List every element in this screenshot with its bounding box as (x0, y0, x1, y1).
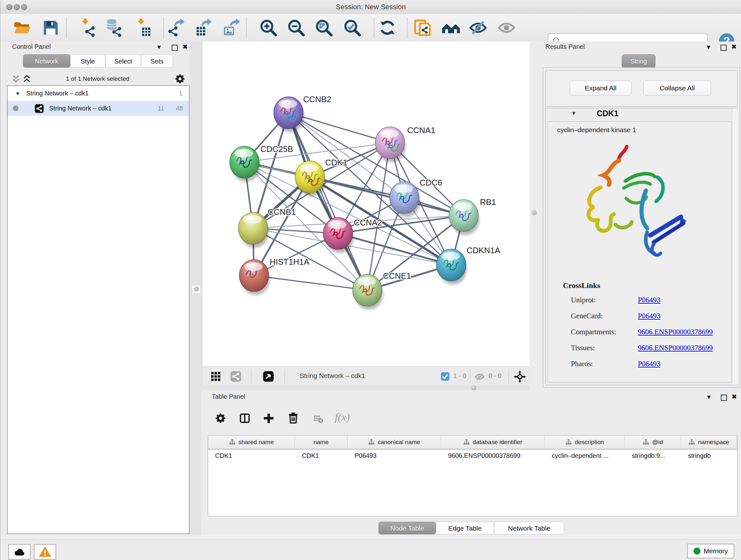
results-panel-float-icon[interactable] (721, 45, 727, 52)
crosslink-link[interactable]: 9606.ENSP00000378699 (638, 344, 713, 352)
node-CCNB1[interactable]: CCNB1 (239, 207, 296, 248)
grid-view-icon[interactable] (210, 371, 221, 382)
control-panel-menu-icon[interactable]: ▼ (156, 44, 162, 51)
import-network-from-database-button[interactable] (105, 18, 123, 37)
node-label-CDC25B: CDC25B (260, 144, 293, 154)
table-panel-float-icon[interactable] (721, 395, 727, 402)
edge-CCNA1-CCNE1[interactable] (367, 143, 390, 290)
results-scrollbar[interactable] (732, 108, 738, 385)
tab-string[interactable]: String (622, 54, 656, 68)
column-header-canonical-name[interactable]: canonical name (347, 435, 441, 449)
network-canvas[interactable]: CCNB2CCNA1CDC25BCDK1CDC6RB1CCNB1CCNA2CDK… (203, 42, 530, 367)
hidden-counts: 0 - 0 (488, 372, 501, 380)
collapse-all-button[interactable]: Collapse All (643, 81, 711, 96)
cdk1-expander-icon[interactable]: ▼ (571, 111, 576, 116)
clone-network-button[interactable] (413, 18, 432, 37)
edge-HIST1H1A-CCNE1[interactable] (254, 275, 367, 290)
node-CDC25B[interactable]: CDC25B (230, 144, 293, 182)
table-row[interactable]: CDK1CDK1P064939606.ENSP00000378699cyclin… (208, 449, 737, 463)
control-panel-close-icon[interactable]: ✖ (183, 43, 188, 51)
selected-checkbox-icon[interactable] (441, 372, 450, 381)
table-panel-close-icon[interactable]: ✖ (732, 393, 737, 400)
export-image-button[interactable] (223, 18, 241, 37)
birdseye-crosshair-icon[interactable] (514, 371, 526, 383)
open-session-button[interactable] (13, 18, 31, 37)
collapse-all-networks-icon[interactable] (11, 74, 21, 84)
results-panel-close-icon[interactable]: ✖ (731, 43, 737, 51)
table-panel-menu-icon[interactable]: ▼ (706, 394, 712, 401)
detach-view-icon[interactable] (263, 371, 274, 382)
zoom-out-button[interactable] (287, 18, 306, 37)
memory-button[interactable]: Memory (687, 544, 734, 558)
export-table-button[interactable] (194, 18, 213, 37)
node-CDC6[interactable]: CDC6 (390, 178, 442, 217)
node-CDK1[interactable]: CDK1 (295, 158, 347, 196)
zoom-fit-button[interactable] (315, 18, 333, 37)
node-CCNE1[interactable]: CCNE1 (353, 271, 411, 310)
table-cell[interactable]: P06493 (347, 449, 441, 463)
node-CCNA1[interactable]: CCNA1 (375, 125, 435, 162)
import-network-button[interactable] (78, 18, 96, 37)
first-neighbors-button[interactable] (441, 18, 460, 37)
right-splitter-handle[interactable] (532, 210, 537, 215)
network-row-selected[interactable]: String Network – cdk1 11 48 (8, 101, 189, 116)
node-CCNA2[interactable]: CCNA2 (323, 217, 382, 253)
node-CDKN1A[interactable]: CDKN1A (436, 246, 500, 285)
network-options-gear-icon[interactable] (175, 73, 185, 84)
warnings-button[interactable] (34, 544, 56, 560)
zoom-selected-button[interactable] (343, 18, 361, 37)
crosslink-link[interactable]: 9606.ENSP00000378699 (638, 328, 713, 336)
left-splitter[interactable] (190, 42, 203, 535)
tab-style[interactable]: Style (70, 54, 105, 68)
string-view-icon[interactable] (230, 371, 242, 382)
refresh-button[interactable] (378, 18, 397, 37)
tab-network-table[interactable]: Network Table (494, 522, 564, 535)
results-panel-menu-icon[interactable]: ▼ (705, 44, 712, 51)
tab-network[interactable]: Network (23, 54, 70, 68)
delete-column-icon[interactable] (287, 412, 299, 424)
network-status-dot (13, 105, 18, 111)
column-header-description[interactable]: description (545, 435, 625, 449)
node-label-CCNA2: CCNA2 (354, 218, 382, 227)
crosslink-link[interactable]: P06493 (638, 296, 660, 304)
right-splitter[interactable] (530, 42, 540, 367)
table-cell[interactable]: stringdb:9... (625, 449, 681, 463)
bottom-splitter-handle[interactable] (471, 385, 476, 390)
add-column-icon[interactable] (263, 413, 274, 424)
node-label-CCNB2: CCNB2 (303, 95, 331, 104)
tab-sets[interactable]: Sets (141, 54, 173, 68)
toolbar-separator (163, 18, 164, 38)
control-panel-float-icon[interactable] (172, 45, 178, 52)
column-header-shared-name[interactable]: shared name (208, 435, 295, 449)
tab-select[interactable]: Select (105, 54, 141, 68)
table-cell[interactable]: CDK1 (208, 449, 295, 463)
tab-edge-table[interactable]: Edge Table (436, 522, 494, 535)
crosslink-link[interactable]: P06493 (638, 312, 660, 320)
node-HIST1H1A[interactable]: HIST1H1A (239, 257, 310, 295)
table-options-gear-icon[interactable] (215, 413, 226, 424)
column-header-name[interactable]: name (295, 435, 347, 449)
column-header--id[interactable]: @id (625, 435, 681, 449)
show-hidden-button[interactable] (497, 18, 516, 37)
table-cell[interactable]: 9606.ENSP00000378699 (441, 449, 545, 463)
left-splitter-handle[interactable] (192, 285, 201, 294)
column-header-namespace[interactable]: namespace (681, 435, 737, 449)
collection-expander-icon[interactable]: ▼ (15, 86, 20, 101)
column-header-database-identifier[interactable]: database identifier (441, 435, 545, 449)
network-collection-row[interactable]: ▼ String Network – cdk1 1 (8, 86, 189, 101)
expand-all-networks-icon[interactable] (22, 74, 31, 84)
table-cell[interactable]: stringdb (681, 449, 737, 463)
export-network-button[interactable] (167, 18, 186, 37)
expand-all-button[interactable]: Expand All (569, 81, 631, 96)
zoom-in-button[interactable] (259, 18, 278, 37)
import-table-button[interactable] (134, 18, 152, 37)
show-columns-icon[interactable] (239, 413, 251, 424)
table-cell[interactable]: cyclin–dependent ... (545, 449, 625, 463)
save-session-button[interactable] (42, 18, 60, 37)
tab-node-table[interactable]: Node Table (379, 522, 436, 535)
crosslink-link[interactable]: P06493 (638, 360, 660, 368)
hide-selected-button[interactable] (469, 18, 487, 37)
cloud-button[interactable] (8, 544, 30, 560)
node-RB1[interactable]: RB1 (449, 197, 496, 235)
table-cell[interactable]: CDK1 (295, 449, 347, 463)
